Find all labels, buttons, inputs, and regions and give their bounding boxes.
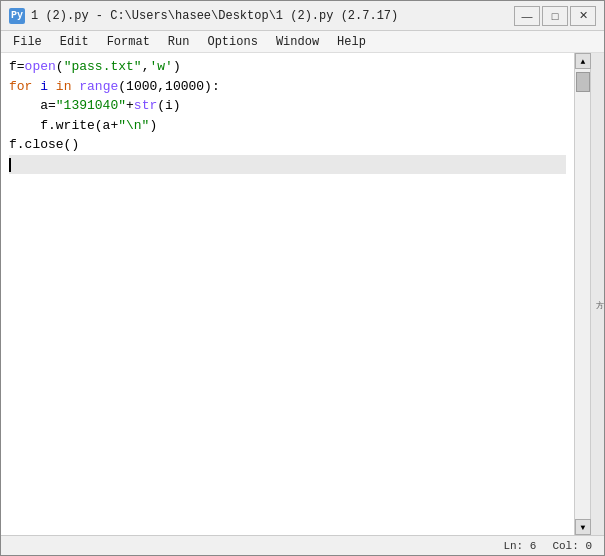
menu-window[interactable]: Window bbox=[268, 33, 327, 51]
app-icon: Py bbox=[9, 8, 25, 24]
code-token: in bbox=[56, 79, 72, 94]
scroll-up-button[interactable]: ▲ bbox=[575, 53, 591, 69]
code-token: "1391040" bbox=[56, 98, 126, 113]
code-token: f.write(a+ bbox=[9, 118, 118, 133]
code-line-1: f=open("pass.txt",'w') bbox=[9, 57, 566, 77]
title-bar-controls: — □ ✕ bbox=[514, 6, 596, 26]
code-token: for bbox=[9, 79, 32, 94]
code-token: ) bbox=[173, 59, 181, 74]
code-token: i bbox=[40, 79, 48, 94]
code-line-2: for i in range(1000,10000): bbox=[9, 77, 566, 97]
maximize-button[interactable]: □ bbox=[542, 6, 568, 26]
scrollbar[interactable]: ▲ ▼ bbox=[574, 53, 590, 535]
menu-options[interactable]: Options bbox=[199, 33, 265, 51]
code-token: 'w' bbox=[149, 59, 172, 74]
code-token: ) bbox=[149, 118, 157, 133]
title-bar-left: Py 1 (2).py - C:\Users\hasee\Desktop\1 (… bbox=[9, 8, 398, 24]
code-token: a= bbox=[9, 98, 56, 113]
scroll-thumb[interactable] bbox=[576, 72, 590, 92]
minimize-button[interactable]: — bbox=[514, 6, 540, 26]
code-line-6 bbox=[9, 155, 566, 175]
code-token: "\n" bbox=[118, 118, 149, 133]
app-window: Py 1 (2).py - C:\Users\hasee\Desktop\1 (… bbox=[0, 0, 605, 556]
line-number: Ln: 6 bbox=[503, 540, 536, 552]
editor-container: f=open("pass.txt",'w') for i in range(10… bbox=[1, 53, 604, 535]
code-token: (i) bbox=[157, 98, 180, 113]
scroll-down-button[interactable]: ▼ bbox=[575, 519, 591, 535]
code-token: range bbox=[79, 79, 118, 94]
code-token: + bbox=[126, 98, 134, 113]
menu-bar: File Edit Format Run Options Window Help bbox=[1, 31, 604, 53]
title-bar: Py 1 (2).py - C:\Users\hasee\Desktop\1 (… bbox=[1, 1, 604, 31]
code-editor[interactable]: f=open("pass.txt",'w') for i in range(10… bbox=[1, 53, 574, 535]
code-token: str bbox=[134, 98, 157, 113]
menu-file[interactable]: File bbox=[5, 33, 50, 51]
window-title: 1 (2).py - C:\Users\hasee\Desktop\1 (2).… bbox=[31, 9, 398, 23]
col-number: Col: 0 bbox=[552, 540, 592, 552]
menu-help[interactable]: Help bbox=[329, 33, 374, 51]
menu-run[interactable]: Run bbox=[160, 33, 198, 51]
code-token: f= bbox=[9, 59, 25, 74]
code-token: "pass.txt" bbox=[64, 59, 142, 74]
text-cursor bbox=[9, 158, 11, 172]
menu-format[interactable]: Format bbox=[99, 33, 158, 51]
code-token: ( bbox=[56, 59, 64, 74]
code-token: f.close() bbox=[9, 137, 79, 152]
code-token: (1000,10000): bbox=[118, 79, 219, 94]
code-line-5: f.close() bbox=[9, 135, 566, 155]
right-decoration-bar: 方 方 存 到 粉 到 存 bbox=[590, 53, 604, 535]
code-token: open bbox=[25, 59, 56, 74]
close-button[interactable]: ✕ bbox=[570, 6, 596, 26]
code-line-3: a="1391040"+str(i) bbox=[9, 96, 566, 116]
code-line-4: f.write(a+"\n") bbox=[9, 116, 566, 136]
menu-edit[interactable]: Edit bbox=[52, 33, 97, 51]
code-token bbox=[48, 79, 56, 94]
status-bar: Ln: 6 Col: 0 bbox=[1, 535, 604, 555]
